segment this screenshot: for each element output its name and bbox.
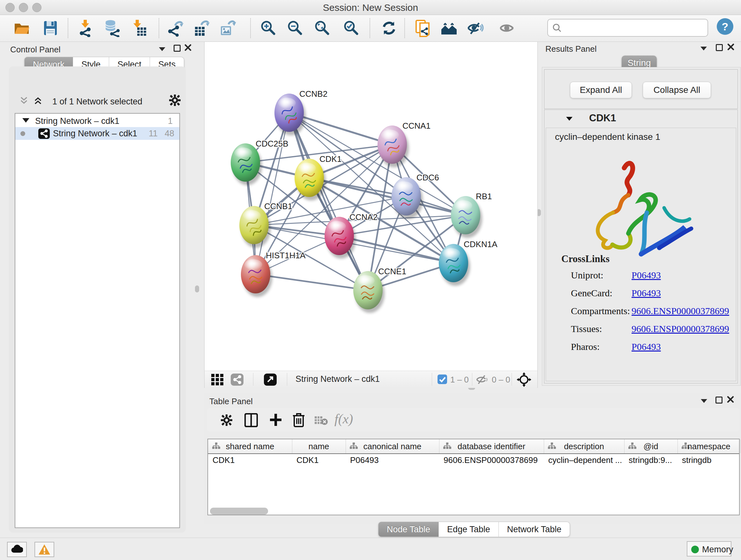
- memory-button[interactable]: Memory: [687, 541, 731, 557]
- table-cell[interactable]: cyclin–dependent ...: [548, 454, 623, 468]
- crosslink-pharos[interactable]: P06493: [631, 341, 661, 352]
- main-toolbar: ?: [0, 15, 741, 42]
- network-node-CCNA1: [378, 125, 407, 164]
- column-header-1[interactable]: name: [292, 439, 346, 453]
- tree-expand-icon[interactable]: [22, 118, 29, 123]
- network-tab-panel: 1 of 1 Network selected String Network –…: [9, 66, 186, 533]
- svg-text:CCNE1: CCNE1: [378, 266, 406, 276]
- export-network-icon[interactable]: [167, 19, 185, 37]
- crosslink-uniprot[interactable]: P06493: [631, 270, 661, 281]
- tab-node-table[interactable]: Node Table: [378, 522, 439, 537]
- delete-column-icon[interactable]: [292, 413, 305, 427]
- export-table-icon[interactable]: [193, 19, 211, 37]
- panel-close-icon[interactable]: [727, 396, 734, 403]
- table-panel-title: Table Panel: [209, 396, 253, 407]
- copy-style-icon[interactable]: [414, 19, 432, 37]
- panel-float-icon[interactable]: [716, 44, 723, 51]
- panel-float-icon[interactable]: [174, 45, 181, 52]
- panel-close-icon[interactable]: [185, 44, 192, 51]
- table-cell[interactable]: 9606.ENSP00000378699: [444, 454, 543, 468]
- hidden-eye-icon: [476, 375, 489, 384]
- crosslink-genecard[interactable]: P06493: [631, 288, 661, 299]
- table-cell[interactable]: stringdb: [682, 454, 740, 468]
- zoom-fit-icon[interactable]: [313, 19, 331, 37]
- gene-name: CDK1: [589, 112, 616, 124]
- panel-menu-icon[interactable]: [159, 47, 165, 51]
- selected-checkbox-icon[interactable]: [437, 374, 447, 384]
- refresh-icon[interactable]: [380, 19, 398, 37]
- horizontal-scrollbar[interactable]: [210, 508, 268, 515]
- show-columns-icon[interactable]: [245, 413, 258, 427]
- help-button[interactable]: ?: [717, 18, 733, 35]
- open-session-icon[interactable]: [13, 19, 30, 37]
- toolbar-separator: [404, 18, 405, 38]
- table-cell[interactable]: CDK1: [296, 454, 345, 468]
- left-splitter-handle[interactable]: [195, 286, 199, 293]
- svg-text:CDKN1A: CDKN1A: [464, 240, 497, 249]
- svg-text:CCNA1: CCNA1: [402, 121, 430, 131]
- create-column-icon[interactable]: [269, 413, 283, 427]
- zoom-out-icon[interactable]: [286, 19, 304, 37]
- column-header-5[interactable]: @id: [624, 439, 678, 453]
- column-header-3[interactable]: database identifier: [439, 439, 544, 453]
- column-header-2[interactable]: canonical name: [346, 439, 440, 453]
- network-options-gear-icon[interactable]: [169, 94, 181, 107]
- panel-float-icon[interactable]: [716, 396, 723, 403]
- table-cell[interactable]: CDK1: [212, 454, 291, 468]
- panel-close-icon[interactable]: [727, 44, 734, 51]
- memory-status-dot: [691, 546, 699, 553]
- network-collection-row[interactable]: String Network – cdk1 1: [15, 116, 179, 127]
- panel-menu-icon[interactable]: [701, 399, 707, 403]
- table-cell[interactable]: stringdb:9...: [629, 454, 677, 468]
- collapse-all-button[interactable]: Collapse All: [643, 82, 711, 98]
- cloud-button[interactable]: [7, 542, 27, 557]
- svg-text:CCNB1: CCNB1: [264, 201, 292, 211]
- export-image-icon[interactable]: [219, 19, 237, 37]
- import-table-icon[interactable]: [130, 19, 148, 37]
- network-canvas[interactable]: CCNB2CCNA1CDC25BCDK1CDC6RB1CCNB1CCNA2CDK…: [205, 42, 537, 371]
- table-cell[interactable]: P06493: [350, 454, 439, 468]
- fit-selected-crosshair-icon[interactable]: [517, 372, 531, 387]
- column-header-4[interactable]: description: [544, 439, 624, 453]
- import-network-icon[interactable]: [77, 19, 95, 37]
- panel-menu-icon[interactable]: [700, 47, 707, 51]
- cytoscape-window: Session: New Session: [0, 0, 741, 560]
- birds-eye-grid-icon[interactable]: [211, 374, 224, 386]
- string-view-icon[interactable]: [231, 374, 244, 386]
- node-table[interactable]: shared namenamecanonical namedatabase id…: [207, 439, 740, 515]
- import-network-from-database-icon[interactable]: [104, 19, 121, 37]
- save-session-icon[interactable]: [42, 19, 59, 37]
- table-panel: Table Panel f(x) shared namenamecanonica…: [204, 393, 741, 524]
- column-header-6[interactable]: namespace: [677, 439, 741, 453]
- zoom-selected-icon[interactable]: [342, 19, 360, 37]
- svg-text:CCNA2: CCNA2: [349, 212, 378, 222]
- search-box[interactable]: [547, 19, 708, 37]
- network-node-CDK1: [294, 159, 324, 197]
- collection-count: 1: [168, 116, 173, 126]
- zoom-in-icon[interactable]: [259, 19, 277, 37]
- open-app-store-icon[interactable]: [440, 19, 458, 37]
- table-gear-icon[interactable]: [220, 414, 233, 427]
- svg-text:CCNB2: CCNB2: [299, 89, 327, 99]
- network-status-dot: [20, 131, 25, 136]
- search-input[interactable]: [566, 21, 704, 34]
- warning-button[interactable]: [35, 542, 54, 557]
- crosslink-compartments[interactable]: 9606.ENSP00000378699: [631, 306, 729, 316]
- hide-panels-icon[interactable]: [466, 19, 484, 37]
- network-node-CDC25B: [231, 143, 260, 182]
- toolbar-separator: [512, 373, 512, 386]
- network-tree: String Network – cdk1 1 String Network –…: [15, 113, 180, 528]
- gene-description: cyclin–dependent kinase 1: [555, 132, 660, 142]
- expand-all-button[interactable]: Expand All: [570, 82, 632, 98]
- section-collapse-icon[interactable]: [566, 117, 572, 121]
- column-header-0[interactable]: shared name: [208, 439, 292, 453]
- show-panels-icon[interactable]: [498, 19, 516, 37]
- open-in-browser-icon[interactable]: [264, 374, 277, 386]
- tab-network-table[interactable]: Network Table: [499, 522, 570, 537]
- tab-edge-table[interactable]: Edge Table: [439, 522, 499, 537]
- network-row-selected[interactable]: String Network – cdk1 11 48: [15, 127, 179, 140]
- crosslink-tissues[interactable]: 9606.ENSP00000378699: [631, 323, 729, 334]
- gene-section: CDK1 cyclin–dependent kinase 1: [544, 110, 738, 383]
- edge-count: 48: [165, 129, 174, 138]
- network-view[interactable]: CCNB2CCNA1CDC25BCDK1CDC6RB1CCNB1CCNA2CDK…: [204, 42, 538, 388]
